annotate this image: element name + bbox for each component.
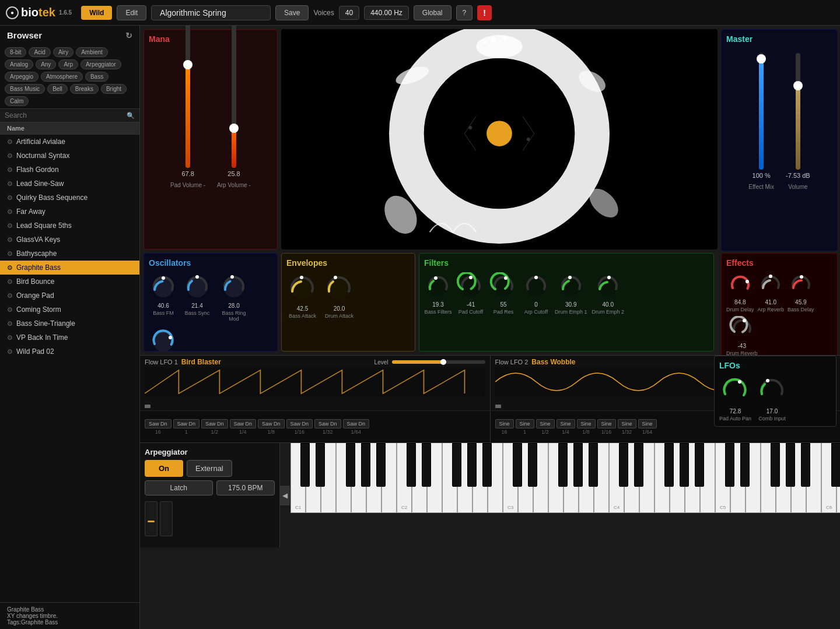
- arp-cutoff-knob[interactable]: 0 Arp Cutoff: [522, 272, 550, 315]
- black-key[interactable]: [482, 443, 492, 487]
- search-input[interactable]: [5, 111, 123, 120]
- refresh-icon[interactable]: ↻: [125, 31, 132, 40]
- step2-btn-2[interactable]: Sine: [536, 419, 555, 428]
- step1-col7[interactable]: Saw Dn 1/64: [343, 419, 370, 435]
- black-key[interactable]: [589, 443, 598, 487]
- black-key[interactable]: [680, 443, 689, 487]
- black-key[interactable]: [558, 443, 568, 487]
- pad-volume-slider[interactable]: 67.8 Pad Volume -: [170, 26, 205, 188]
- preset-item-active[interactable]: ⚙Graphite Bass: [0, 261, 139, 275]
- pad-res-knob[interactable]: 55 Pad Res: [489, 272, 517, 315]
- step2-btn-3[interactable]: Sine: [556, 419, 575, 428]
- tag-acid[interactable]: Acid: [29, 47, 50, 57]
- bass-sync-knob[interactable]: 21.4 Bass Sync: [183, 272, 212, 322]
- black-key[interactable]: [467, 443, 477, 487]
- black-key[interactable]: [513, 443, 522, 487]
- bass-ring-mod-knob[interactable]: 28.0 Bass Ring Mod: [216, 272, 251, 322]
- step1-btn-5[interactable]: Saw Dn: [286, 419, 313, 428]
- mod-strip[interactable]: [160, 501, 173, 536]
- help-button[interactable]: ?: [456, 5, 473, 20]
- tag-arp[interactable]: Arp: [58, 59, 78, 69]
- tag-any[interactable]: Any: [36, 59, 56, 69]
- black-key[interactable]: [361, 443, 370, 487]
- tag-bass-music[interactable]: Bass Music: [5, 84, 45, 94]
- black-key[interactable]: [619, 443, 628, 487]
- step1-btn-1[interactable]: Saw Dn: [173, 419, 200, 428]
- black-key[interactable]: [376, 443, 386, 487]
- step2-btn-4[interactable]: Sine: [577, 419, 596, 428]
- black-key[interactable]: [407, 443, 416, 487]
- step2-btn-6[interactable]: Sine: [618, 419, 636, 428]
- black-key[interactable]: [316, 443, 325, 487]
- preset-item[interactable]: ⚙Flash Gordon: [0, 163, 139, 177]
- visualizer[interactable]: [281, 29, 718, 250]
- step1-btn-0[interactable]: Saw Dn: [145, 419, 172, 428]
- pad-cutoff-knob[interactable]: -41 Pad Cutoff: [457, 272, 485, 315]
- drum-emph2-knob[interactable]: 40.0 Drum Emph 2: [592, 272, 625, 315]
- tag-analog[interactable]: Analog: [5, 59, 33, 69]
- preset-item[interactable]: ⚙Far Away: [0, 205, 139, 219]
- black-key[interactable]: [801, 443, 810, 487]
- black-key[interactable]: [771, 443, 780, 487]
- pad-auto-pan-knob[interactable]: 72.8 Pad Auto Pan: [719, 375, 751, 421]
- preset-item[interactable]: ⚙Quirky Bass Sequence: [0, 191, 139, 205]
- preset-item[interactable]: ⚙Nocturnal Syntax: [0, 149, 139, 163]
- black-key[interactable]: [786, 443, 795, 487]
- tag-8bit[interactable]: 8-bit: [5, 47, 26, 57]
- step2-col2[interactable]: Sine 1/2: [536, 419, 555, 435]
- preset-item[interactable]: ⚙Wild Pad 02: [0, 345, 139, 359]
- black-key[interactable]: [740, 443, 750, 487]
- preset-item[interactable]: ⚙Coming Storm: [0, 303, 139, 317]
- step2-btn-1[interactable]: Sine: [516, 419, 534, 428]
- preset-item[interactable]: ⚙Bass Sine-Triangle: [0, 317, 139, 331]
- step1-btn-3[interactable]: Saw Dn: [230, 419, 257, 428]
- black-key[interactable]: [725, 443, 734, 487]
- pad-volume-track[interactable]: [186, 26, 190, 168]
- tag-bell[interactable]: Bell: [47, 84, 68, 94]
- comb-input-knob[interactable]: 17.0 Comb Input: [756, 375, 788, 421]
- panic-button[interactable]: !: [477, 5, 492, 20]
- step2-col4[interactable]: Sine 1/8: [577, 419, 596, 435]
- step1-btn-6[interactable]: Saw Dn: [314, 419, 341, 428]
- tag-breaks[interactable]: Breaks: [70, 84, 99, 94]
- black-key[interactable]: [573, 443, 583, 487]
- arp-latch-button[interactable]: Latch: [145, 480, 213, 496]
- step1-col4[interactable]: Saw Dn 1/8: [258, 419, 285, 435]
- tag-atmosphere[interactable]: Atmosphere: [41, 72, 83, 82]
- preset-item[interactable]: ⚙Bird Bounce: [0, 275, 139, 289]
- tag-ambient[interactable]: Ambient: [76, 47, 108, 57]
- tag-airy[interactable]: Airy: [53, 47, 74, 57]
- step1-col1[interactable]: Saw Dn 1: [173, 419, 200, 435]
- arp-volume-track[interactable]: [232, 26, 236, 168]
- bass-attack-knob[interactable]: 42.5 Bass Attack: [286, 272, 318, 319]
- drum-emph1-knob[interactable]: 30.9 Drum Emph 1: [555, 272, 587, 315]
- black-key[interactable]: [346, 443, 355, 487]
- step2-col1[interactable]: Sine 1: [516, 419, 534, 435]
- black-key[interactable]: [300, 443, 310, 487]
- tag-bass[interactable]: Bass: [85, 72, 108, 82]
- bass-filters-knob[interactable]: 19.3 Bass Filters: [424, 272, 452, 315]
- tag-arpeggio[interactable]: Arpeggio: [5, 72, 38, 82]
- step1-btn-4[interactable]: Saw Dn: [258, 419, 285, 428]
- arp-external-button[interactable]: External: [187, 460, 232, 477]
- arp-on-button[interactable]: On: [145, 460, 183, 477]
- black-key[interactable]: [831, 443, 840, 487]
- wild-button[interactable]: Wild: [81, 6, 112, 20]
- step1-col0[interactable]: Saw Dn 16: [145, 419, 172, 435]
- global-button[interactable]: Global: [414, 5, 452, 20]
- arp-volume-slider[interactable]: 25.8 Arp Volume -: [217, 26, 251, 188]
- step2-col7[interactable]: Sine 1/64: [638, 419, 657, 435]
- black-key[interactable]: [452, 443, 461, 487]
- black-key[interactable]: [422, 443, 431, 487]
- step1-col6[interactable]: Saw Dn 1/32: [314, 419, 341, 435]
- step2-col5[interactable]: Sine 1/16: [597, 419, 616, 435]
- black-key[interactable]: [695, 443, 704, 487]
- keyboard-scroll-left[interactable]: ◀: [280, 486, 290, 505]
- pitch-strip[interactable]: [145, 501, 158, 536]
- step1-btn-7[interactable]: Saw Dn: [343, 419, 370, 428]
- tag-calm[interactable]: Calm: [5, 96, 29, 106]
- preset-item[interactable]: ⚙Bathyscaphe: [0, 247, 139, 261]
- step2-col6[interactable]: Sine 1/32: [618, 419, 636, 435]
- step1-col2[interactable]: Saw Dn 1/2: [201, 419, 228, 435]
- step2-col0[interactable]: Sine 16: [495, 419, 514, 435]
